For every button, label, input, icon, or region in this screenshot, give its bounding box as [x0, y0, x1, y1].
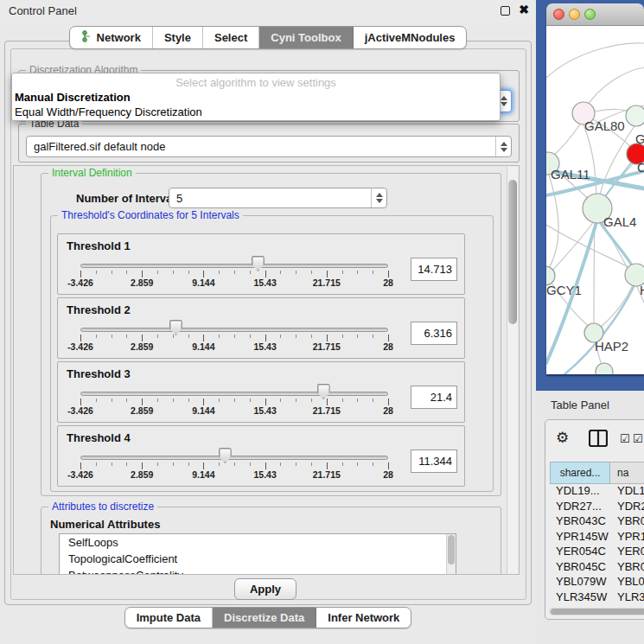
settings-scroll-viewport: Interval Definition Number of Intervals … — [13, 165, 520, 575]
cyni-toolbox-panel: Discretization Algorithm Select algorith… — [4, 41, 532, 605]
mac-zoom-icon[interactable] — [584, 9, 596, 20]
mac-minimize-icon[interactable] — [569, 9, 580, 20]
threshold-2-value-field[interactable]: 6.316 — [411, 322, 457, 345]
apply-button[interactable]: Apply — [234, 578, 296, 600]
gear-icon[interactable]: ⚙ — [556, 429, 569, 447]
table-data-group: Table Data galFiltered.sif default node — [18, 124, 520, 163]
scrollbar-thumb[interactable] — [508, 180, 517, 324]
group-title: Attributes to discretize — [48, 501, 157, 513]
table-panel-body: ⚙ ☑ ☑ shared... na YDL19...YDL19 YDR27..… — [545, 419, 644, 620]
threshold-1-slider[interactable] — [80, 264, 388, 268]
tab-network[interactable]: Network — [70, 27, 153, 48]
table-horizontal-scrollbar[interactable] — [549, 608, 644, 615]
node-label-gal4: GAL4 — [603, 214, 636, 229]
node-label-clipped-right: HA — [640, 283, 644, 297]
node-label-clipped-right: GA — [635, 131, 644, 146]
slider-thumb[interactable] — [219, 448, 232, 463]
threshold-2-slider[interactable] — [80, 328, 388, 332]
table-row[interactable]: YDL19...YDL19 — [550, 484, 644, 500]
node-label-gcy1: GCY1 — [546, 283, 582, 297]
slider-ticks — [80, 271, 389, 277]
list-item[interactable]: TopologicalCoefficient — [60, 551, 456, 567]
network-canvas[interactable]: GAL80 GA CD GAL11 GAL4 GCY1 HA HAP2 — [546, 26, 644, 374]
table-row[interactable]: YBL079WYBL07 — [550, 575, 644, 590]
table-row[interactable]: YDR27...YDR27 — [550, 500, 644, 515]
group-title: Interval Definition — [48, 167, 136, 179]
control-panel-titlebar: Control Panel ✖ — [0, 0, 536, 22]
tab-cyni-toolbox[interactable]: Cyni Toolbox — [259, 27, 353, 48]
table-panel-title: Table Panel — [551, 399, 609, 411]
threshold-4-slider[interactable] — [80, 456, 388, 460]
bottom-tab-bar: Impute Data Discretize Data Infer Networ… — [0, 607, 536, 628]
popup-hint: Select algorithm to view settings — [12, 76, 500, 89]
tab-infer-network[interactable]: Infer Network — [316, 608, 411, 628]
table-row[interactable]: YBR045CYBR04 — [550, 560, 644, 576]
top-tab-bar: Network Style Select Cyni Toolbox jActiv… — [0, 26, 536, 49]
close-icon[interactable]: ✖ — [519, 3, 529, 16]
tab-impute-data[interactable]: Impute Data — [125, 608, 213, 628]
slider-thumb[interactable] — [169, 320, 182, 335]
attributes-listbox[interactable]: SelfLoops TopologicalCoefficient Between… — [59, 533, 456, 575]
checkbox-icon[interactable]: ☑ — [620, 432, 630, 445]
threshold-coordinates-group: Threshold's Coordinates for 5 Intervals … — [50, 215, 494, 492]
tab-select[interactable]: Select — [203, 27, 259, 48]
threshold-1-value-field[interactable]: 14.713 — [411, 258, 457, 281]
network-view-window: GAL80 GA CD GAL11 GAL4 GCY1 HA HAP2 — [546, 3, 644, 374]
tab-jactivemnodules[interactable]: jActiveMNodules — [354, 27, 467, 48]
checkbox-icon[interactable]: ☑ — [633, 432, 643, 445]
table-row[interactable]: YLR345WYLR34 — [550, 590, 644, 606]
table-row[interactable]: YER054CYER05 — [550, 545, 644, 560]
list-item[interactable]: SelfLoops — [60, 534, 456, 551]
scrollbar-thumb[interactable] — [551, 609, 644, 615]
column-header-shared[interactable]: shared... — [550, 462, 610, 484]
table-header: shared... na — [550, 462, 644, 484]
numerical-attributes-label: Numerical Attributes — [50, 518, 160, 531]
table-rows: YDL19...YDL19 YDR27...YDR27 YBR043CYBR04… — [550, 484, 644, 606]
split-columns-icon[interactable] — [589, 430, 608, 450]
combo-stepper-icon[interactable] — [371, 188, 386, 207]
popup-option-manual[interactable]: Manual Discretization — [15, 91, 131, 104]
settings-scrollbar[interactable] — [507, 167, 518, 575]
combo-stepper-icon[interactable] — [495, 137, 511, 156]
group-title: Threshold's Coordinates for 5 Intervals — [58, 209, 243, 221]
list-item[interactable]: BetweennessCentrality — [60, 567, 456, 575]
threshold-4-value-field[interactable]: 11.344 — [411, 450, 457, 473]
popup-option-equal-width[interactable]: Equal Width/Frequency Discretization — [15, 105, 202, 118]
slider-ticks — [80, 399, 389, 405]
slider-ticks — [80, 335, 389, 341]
node-label-gal80: GAL80 — [584, 118, 625, 133]
num-intervals-combobox[interactable]: 5 — [169, 188, 387, 208]
panel-title: Control Panel — [9, 4, 77, 17]
node-label-clipped-right: CD — [637, 160, 644, 175]
control-panel: Control Panel ✖ Network Style Select Cyn… — [0, 0, 536, 644]
threshold-3-panel: Threshold 3 -3.4262.8599.14415.4321.7152… — [57, 361, 465, 423]
threshold-1-panel: Threshold 1 -3.4262.8599.14415.4321.7152… — [57, 233, 465, 295]
table-row[interactable]: YIL052CYIL05 — [550, 605, 644, 606]
node-label-gal11: GAL11 — [551, 167, 590, 182]
slider-ticks — [80, 462, 389, 469]
tab-style[interactable]: Style — [153, 27, 203, 48]
algorithm-dropdown-popup: Select algorithm to view settings Manual… — [11, 73, 501, 121]
network-graph — [546, 26, 644, 374]
mac-close-icon[interactable] — [553, 9, 564, 20]
network-icon — [81, 30, 92, 45]
table-row[interactable]: YPR145WYPR14 — [550, 530, 644, 545]
slider-thumb[interactable] — [317, 384, 330, 399]
interval-definition-group: Interval Definition Number of Intervals … — [41, 173, 501, 496]
tab-discretize-data[interactable]: Discretize Data — [213, 608, 316, 628]
threshold-2-panel: Threshold 2 -3.4262.8599.14415.4321.7152… — [57, 297, 465, 359]
slider-thumb[interactable] — [252, 256, 265, 271]
threshold-3-slider[interactable] — [80, 392, 388, 396]
column-header-name[interactable]: na — [610, 462, 644, 484]
threshold-3-value-field[interactable]: 21.4 — [411, 386, 457, 409]
network-window-titlebar — [546, 3, 644, 26]
list-scrollbar[interactable] — [446, 534, 456, 575]
float-window-icon[interactable] — [501, 6, 510, 16]
table-data-combobox[interactable]: galFiltered.sif default node — [26, 136, 512, 157]
table-row[interactable]: YBR043CYBR04 — [550, 514, 644, 530]
num-intervals-label: Number of Intervals — [76, 192, 182, 205]
right-section: GAL80 GA CD GAL11 GAL4 GCY1 HA HAP2 Tabl… — [536, 0, 644, 644]
threshold-4-panel: Threshold 4 -3.4262.8599.14415.4321.7152… — [57, 425, 465, 487]
attributes-group: Attributes to discretize Numerical Attri… — [41, 507, 501, 575]
table-panel: Table Panel ⚙ ☑ ☑ shared... na YDL19...Y… — [536, 391, 644, 644]
